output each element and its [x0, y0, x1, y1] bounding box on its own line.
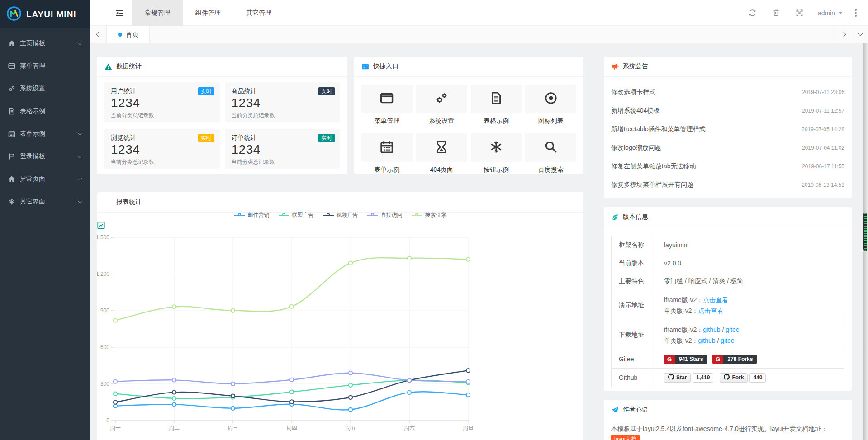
github-fork-button[interactable]: Fork — [720, 373, 748, 383]
quick-entry-label: 图标列表 — [538, 117, 564, 125]
announcement-item-1[interactable]: 新增系统404模板2019-07-11 12:57 — [611, 101, 844, 120]
link-github[interactable]: github — [703, 326, 720, 333]
announcements-title: 系统公告 — [623, 62, 648, 71]
sidebar-item-label: 表格示例 — [20, 107, 81, 115]
header-actions: admin — [741, 0, 863, 26]
scrollbar-thumb[interactable] — [863, 213, 867, 251]
version-table: 框架名称layuimini当前版本v2.0.0主要特色零门槛 / 响应式 / 清… — [611, 236, 844, 387]
svg-text:周日: 周日 — [463, 425, 474, 431]
announcement-date: 2019-06-13 14:53 — [802, 182, 844, 188]
more-vertical-icon[interactable] — [849, 0, 863, 26]
layui-docs-badge[interactable]: layui文档 — [611, 435, 640, 440]
svg-text:1,200: 1,200 — [97, 271, 109, 277]
tab-home[interactable]: 首页 — [107, 26, 150, 43]
calendar-icon — [8, 130, 15, 137]
sidebar-item-5[interactable]: 登录模板 — [0, 145, 90, 168]
stat-box-0: 用户统计1234当前分类总记录数实时 — [104, 82, 220, 122]
quick-entry-label: 表单示例 — [374, 166, 399, 174]
link-github[interactable]: github — [698, 337, 715, 344]
announcement-date: 2019-07-05 14:28 — [802, 126, 844, 132]
status-badge: 实时 — [318, 87, 335, 95]
announcement-item-4[interactable]: 修复左侧菜单缩放tab无法移动2019-06-17 11:55 — [611, 157, 844, 175]
fullscreen-icon[interactable] — [788, 0, 811, 26]
announcement-item-5[interactable]: 修复多模块菜单栏展开有问题2019-06-13 14:53 — [611, 175, 844, 194]
caret-down-icon — [838, 12, 843, 16]
tab-operations-button[interactable] — [852, 26, 868, 43]
svg-text:周五: 周五 — [345, 425, 356, 431]
legend-item-3[interactable]: 直接访问 — [367, 211, 403, 219]
stat-box-3: 订单统计1234当前分类总记录数实时 — [225, 129, 341, 169]
header-tab-2[interactable]: 其它管理 — [233, 0, 284, 26]
announcement-item-2[interactable]: 新增treetable插件和菜单管理样式2019-07-05 14:28 — [611, 120, 844, 138]
link-gitee[interactable]: gitee — [726, 326, 739, 333]
tab-scroll-right-button[interactable] — [835, 26, 851, 43]
announcement-text: 新增treetable插件和菜单管理样式 — [611, 125, 705, 133]
quick-grid: 菜单管理系统设置表格示例图标列表表单示例404页面按钮示例百度搜索 — [361, 85, 576, 174]
legend-item-2[interactable]: 视频广告 — [323, 211, 358, 219]
sidebar-item-label: 菜单管理 — [20, 62, 81, 70]
refresh-icon[interactable] — [741, 0, 764, 26]
stat-value: 1234 — [232, 96, 334, 110]
quick-entry-2[interactable]: 表格示例 — [471, 85, 522, 125]
legend-label: 联盟广告 — [292, 211, 314, 219]
gitee-badge-0[interactable]: G941 Stars — [664, 355, 707, 364]
gitee-badge-1[interactable]: G278 Forks — [712, 355, 757, 364]
announcement-text: 新增系统404模板 — [611, 107, 659, 115]
header-tab-1[interactable]: 组件管理 — [183, 0, 233, 26]
link-gitee[interactable]: gitee — [721, 337, 734, 344]
announcement-item-0[interactable]: 修改选项卡样式2019-07-11 23:06 — [611, 83, 844, 101]
sidebar-item-2[interactable]: 系统设置 — [0, 77, 90, 100]
stat-value: 1234 — [111, 142, 213, 157]
github-star-button[interactable]: Star — [664, 373, 691, 383]
author-paragraph: 本模板基于layui2.5.4以及font-awesome-4.7.0进行实现。… — [611, 424, 844, 434]
legend-item-1[interactable]: 联盟广告 — [279, 211, 314, 219]
quick-entry-label: 系统设置 — [429, 117, 454, 125]
sidebar-item-0[interactable]: 主页模板 — [0, 32, 90, 55]
legend-item-4[interactable]: 搜索引擎 — [412, 211, 447, 219]
sidebar-item-1[interactable]: 菜单管理 — [0, 55, 90, 77]
quick-entry-label: 百度搜索 — [538, 166, 564, 174]
quick-entry-1[interactable]: 系统设置 — [416, 85, 467, 125]
sidebar-item-3[interactable]: 表格示例 — [0, 100, 90, 123]
announcement-text: 修复多模块菜单栏展开有问题 — [611, 181, 693, 189]
version-row-label: 框架名称 — [612, 236, 655, 254]
quick-entry-4[interactable]: 表单示例 — [361, 133, 413, 174]
quick-entry-5[interactable]: 404页面 — [416, 133, 467, 174]
stat-value: 1234 — [232, 142, 334, 157]
legend-item-0[interactable]: 邮件营销 — [234, 211, 270, 219]
github-fork-count[interactable]: 440 — [749, 373, 766, 383]
sidebar-item-6[interactable]: 异常页面 — [0, 168, 90, 190]
stats-card-title: 数据统计 — [116, 62, 142, 71]
svg-text:0: 0 — [106, 417, 109, 424]
octocat-icon — [668, 374, 674, 381]
app-logo[interactable]: LAYUI MINI — [0, 0, 90, 28]
calendar-icon — [380, 140, 394, 155]
link-点击查看[interactable]: 点击查看 — [703, 296, 728, 303]
announcement-item-3[interactable]: 修改logo缩放问题2019-07-04 11:02 — [611, 138, 844, 157]
chevron-down-icon — [78, 131, 82, 135]
announcement-date: 2019-06-17 11:55 — [802, 163, 844, 170]
author-body: 本模板基于layui2.5.4以及font-awesome-4.7.0进行实现。… — [604, 420, 852, 440]
svg-text:周二: 周二 — [169, 425, 180, 431]
chevron-down-icon — [78, 40, 82, 45]
status-badge: 实时 — [198, 87, 214, 95]
report-card: 报表统计 邮件营销联盟广告视频广告直接访问搜索引擎 03006009001,20… — [97, 192, 583, 440]
announcement-text: 修复左侧菜单缩放tab无法移动 — [611, 162, 696, 170]
legend-label: 视频广告 — [337, 211, 358, 219]
username: admin — [818, 9, 835, 17]
collapse-menu-icon[interactable] — [107, 0, 132, 26]
clear-cache-trash-icon[interactable] — [764, 0, 788, 26]
github-star-count[interactable]: 1,419 — [693, 373, 713, 383]
quick-entry-6[interactable]: 按钮示例 — [471, 133, 522, 174]
quick-entry-3[interactable]: 图标列表 — [525, 85, 576, 125]
quick-entry-7[interactable]: 百度搜索 — [525, 133, 576, 174]
header-tab-0[interactable]: 常规管理 — [132, 0, 183, 26]
sidebar-item-4[interactable]: 表单示例 — [0, 123, 90, 145]
sidebar-item-7[interactable]: 其它界面 — [0, 190, 90, 213]
tab-scroll-left-button[interactable] — [90, 26, 107, 43]
user-dropdown[interactable]: admin — [811, 9, 849, 17]
quick-entry-0[interactable]: 菜单管理 — [361, 85, 413, 125]
home-icon — [8, 175, 15, 183]
chevron-down-icon — [78, 176, 82, 180]
link-点击查看[interactable]: 点击查看 — [698, 307, 723, 314]
